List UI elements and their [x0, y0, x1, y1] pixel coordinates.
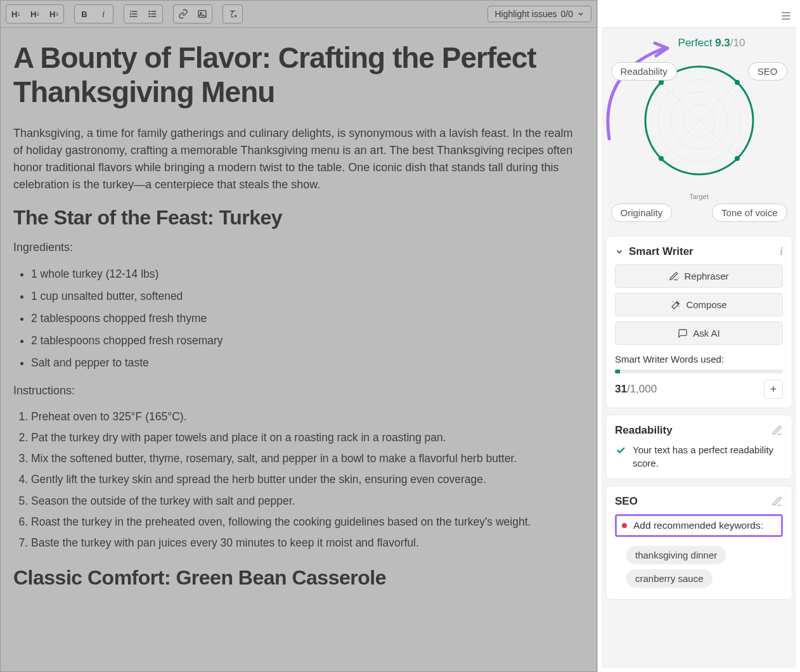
editor-toolbar: H1 H2 H3 B I — [1, 1, 597, 28]
menu-icon[interactable] — [780, 10, 792, 22]
list-item: 1 cup unsalted butter, softened — [31, 285, 584, 307]
checkmark-icon — [615, 444, 626, 456]
section-heading-turkey: The Star of the Feast: Turkey — [13, 206, 584, 229]
keyword-chip[interactable]: cranberry sauce — [626, 569, 713, 588]
compose-button[interactable]: Compose — [615, 293, 783, 316]
editor-content[interactable]: A Bounty of Flavor: Crafting the Perfect… — [1, 28, 597, 671]
score-denom: /10 — [730, 37, 745, 49]
score-section: Perfect 9.3/10 Readability SEO Originali… — [602, 28, 796, 229]
italic-button[interactable]: I — [94, 5, 113, 23]
clear-format-button[interactable] — [223, 5, 242, 23]
seo-title: SEO — [615, 495, 638, 508]
edit-icon — [669, 271, 679, 281]
quality-score: Perfect 9.3/10 — [632, 37, 791, 49]
status-dot-icon — [622, 523, 627, 528]
svg-point-2 — [149, 16, 150, 16]
svg-point-4 — [200, 13, 202, 14]
seo-card: SEO Add recommended keywords: thanksgivi… — [605, 486, 792, 600]
words-used-label: Smart Writer Words used: — [615, 354, 783, 365]
list-item: Pat the turkey dry with paper towels and… — [31, 427, 584, 448]
instructions-list: Preheat oven to 325°F (165°C). Pat the t… — [13, 406, 584, 554]
analysis-sidebar: Perfect 9.3/10 Readability SEO Originali… — [597, 0, 800, 672]
score-value: 9.3 — [715, 37, 730, 49]
readability-message: Your text has a perfect readability scor… — [633, 443, 783, 470]
score-word: Perfect — [678, 37, 713, 49]
ingredients-label: Ingredients: — [13, 241, 584, 254]
smart-writer-card: Smart Writer i Rephraser Compose Ask AI … — [605, 236, 792, 408]
pencil-icon[interactable] — [771, 425, 783, 436]
list-item: Roast the turkey in the preheated oven, … — [31, 512, 584, 533]
chat-icon — [678, 328, 688, 339]
chevron-down-icon — [577, 10, 584, 18]
list-item: Preheat oven to 325°F (165°C). — [31, 406, 584, 427]
svg-point-1 — [149, 13, 150, 14]
list-item: 2 tablespoons chopped fresh thyme — [31, 307, 584, 330]
instructions-label: Instructions: — [13, 384, 584, 397]
section-heading-casserole: Classic Comfort: Green Bean Casserole — [13, 566, 584, 590]
highlight-issues-label: Highlight issues — [494, 9, 557, 19]
link-button[interactable] — [174, 5, 193, 23]
highlight-issues-dropdown[interactable]: Highlight issues 0/0 — [487, 6, 591, 22]
keyword-chip[interactable]: thanksgiving dinner — [626, 546, 726, 564]
list-item: Season the outside of the turkey with sa… — [31, 491, 584, 512]
heading1-button[interactable]: H1 — [6, 5, 25, 23]
chevron-down-icon[interactable] — [615, 247, 624, 256]
readability-title: Readability — [615, 424, 673, 437]
words-progress — [615, 370, 783, 373]
issue-count: 0/0 — [561, 9, 573, 19]
document-title: A Bounty of Flavor: Crafting the Perfect… — [13, 41, 584, 110]
svg-point-15 — [735, 156, 740, 161]
bold-button[interactable]: B — [75, 5, 94, 23]
list-item: Mix the softened butter, thyme, rosemary… — [31, 448, 584, 469]
list-item: Gently lift the turkey skin and spread t… — [31, 469, 584, 490]
seo-recommendation: Add recommended keywords: — [615, 514, 783, 537]
ordered-list-button[interactable] — [124, 5, 143, 23]
wand-icon — [671, 300, 681, 310]
pill-originality[interactable]: Originality — [611, 204, 673, 222]
list-item: Baste the turkey with pan juices every 3… — [31, 533, 584, 553]
words-count: 31/1,000 — [615, 383, 657, 396]
svg-point-13 — [735, 80, 740, 85]
sidebar-topbar — [602, 4, 796, 28]
list-item: 1 whole turkey (12-14 lbs) — [31, 263, 584, 285]
image-button[interactable] — [193, 5, 212, 23]
rephraser-button[interactable]: Rephraser — [615, 264, 783, 288]
heading3-button[interactable]: H3 — [44, 5, 63, 23]
ingredients-list: 1 whole turkey (12-14 lbs) 1 cup unsalte… — [13, 263, 584, 374]
unordered-list-button[interactable] — [143, 5, 162, 23]
smart-writer-title: Smart Writer — [629, 245, 694, 258]
ask-ai-button[interactable]: Ask AI — [615, 321, 783, 345]
list-item: 2 tablespoons chopped fresh rosemary — [31, 330, 584, 352]
pencil-icon[interactable] — [771, 496, 783, 507]
target-label: Target — [689, 193, 709, 200]
svg-point-14 — [659, 156, 664, 161]
add-words-button[interactable]: + — [764, 380, 783, 399]
heading2-button[interactable]: H2 — [25, 5, 44, 23]
pill-seo[interactable]: SEO — [748, 62, 787, 81]
pill-tone[interactable]: Tone of voice — [712, 204, 787, 222]
seo-recommendation-text: Add recommended keywords: — [633, 520, 763, 531]
info-icon[interactable]: i — [780, 245, 783, 258]
svg-point-12 — [659, 80, 664, 85]
editor-panel: H1 H2 H3 B I — [0, 0, 597, 672]
readability-card: Readability Your text has a perfect read… — [605, 415, 792, 479]
svg-point-0 — [149, 11, 150, 11]
intro-paragraph: Thanksgiving, a time for family gatherin… — [13, 125, 584, 193]
pill-readability[interactable]: Readability — [611, 62, 677, 81]
list-item: Salt and pepper to taste — [31, 352, 584, 374]
